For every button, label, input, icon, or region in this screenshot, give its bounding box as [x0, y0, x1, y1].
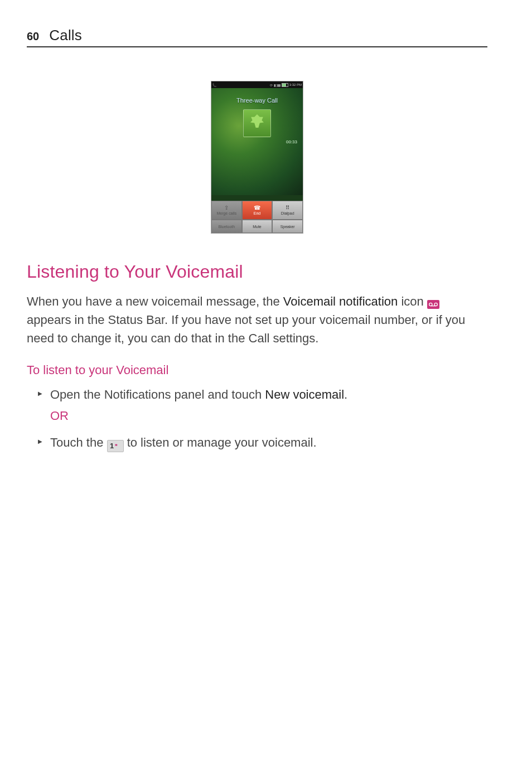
call-buttons: ⇪ Merge calls ☎ End ⠿ Dialpad Bluetooth …	[211, 201, 303, 233]
one-key-icon: 1⚭	[107, 440, 124, 452]
page-header: 60 Calls	[27, 27, 487, 47]
phone-status-bar: 📞 ⟳ ▮▯▮▮ 3:32 PM	[211, 81, 303, 88]
sync-icon: ⟳	[270, 83, 273, 87]
status-time: 3:32 PM	[289, 83, 302, 86]
one-key-voicemail-icon: ⚭	[114, 443, 118, 448]
main-heading: Listening to Your Voicemail	[27, 262, 487, 282]
merge-calls-button[interactable]: ⇪ Merge calls	[211, 201, 242, 220]
para1-b: icon	[398, 294, 427, 308]
speaker-button[interactable]: Speaker	[272, 220, 303, 233]
svg-point-0	[429, 303, 432, 306]
para1-a: When you have a new voicemail message, t…	[27, 294, 283, 308]
phone-screenshot: 📞 ⟳ ▮▯▮▮ 3:32 PM Three-way Call 00:33 ⇪ …	[27, 81, 487, 234]
voicemail-notification-bold: Voicemail notification	[283, 294, 398, 308]
list-item-1: Open the Notifications panel and touch N…	[50, 385, 487, 425]
signal-icon: ▮▯▮▮	[274, 83, 280, 87]
bluetooth-button[interactable]: Bluetooth	[211, 220, 242, 233]
status-right: ⟳ ▮▯▮▮ 3:32 PM	[270, 83, 302, 87]
dialpad-label: Dialpad	[281, 211, 294, 215]
merge-icon: ⇪	[224, 205, 229, 211]
end-icon: ☎	[254, 205, 260, 211]
one-key-digit: 1	[110, 440, 114, 452]
speaker-label: Speaker	[280, 225, 295, 229]
phone-icon: 📞	[212, 83, 216, 87]
end-call-button[interactable]: ☎ End	[242, 201, 273, 220]
svg-point-1	[434, 303, 437, 306]
bullet2-a: Touch the	[50, 435, 107, 449]
merge-label: Merge calls	[216, 211, 236, 215]
instruction-list: Open the Notifications panel and touch N…	[27, 385, 487, 452]
bullet1-a: Open the Notifications panel and touch	[50, 388, 265, 401]
call-timer: 00:33	[286, 139, 297, 144]
list-item-2: Touch the 1⚭ to listen or manage your vo…	[50, 433, 487, 452]
call-title: Three-way Call	[211, 88, 303, 104]
sub-heading: To listen to your Voicemail	[27, 363, 487, 377]
call-area: Three-way Call 00:33	[211, 88, 303, 195]
para1-c: appears in the Status Bar. If you have n…	[27, 313, 465, 345]
new-voicemail-bold: New voicemail	[265, 388, 344, 401]
dialpad-button[interactable]: ⠿ Dialpad	[272, 201, 303, 220]
mute-label: Mute	[253, 225, 262, 229]
battery-icon	[282, 83, 288, 87]
section-title: Calls	[49, 27, 82, 44]
page-number: 60	[27, 30, 39, 43]
or-label: OR	[50, 406, 487, 425]
intro-paragraph: When you have a new voicemail message, t…	[27, 292, 487, 347]
end-label: End	[254, 211, 260, 215]
dialpad-icon: ⠿	[286, 205, 289, 211]
bullet1-b: .	[344, 388, 347, 401]
contact-avatar	[243, 109, 271, 137]
mute-button[interactable]: Mute	[242, 220, 273, 233]
voicemail-icon	[427, 300, 439, 309]
bullet2-b: to listen or manage your voicemail.	[124, 435, 317, 449]
bluetooth-label: Bluetooth	[219, 225, 235, 229]
phone-frame: 📞 ⟳ ▮▯▮▮ 3:32 PM Three-way Call 00:33 ⇪ …	[211, 81, 303, 234]
